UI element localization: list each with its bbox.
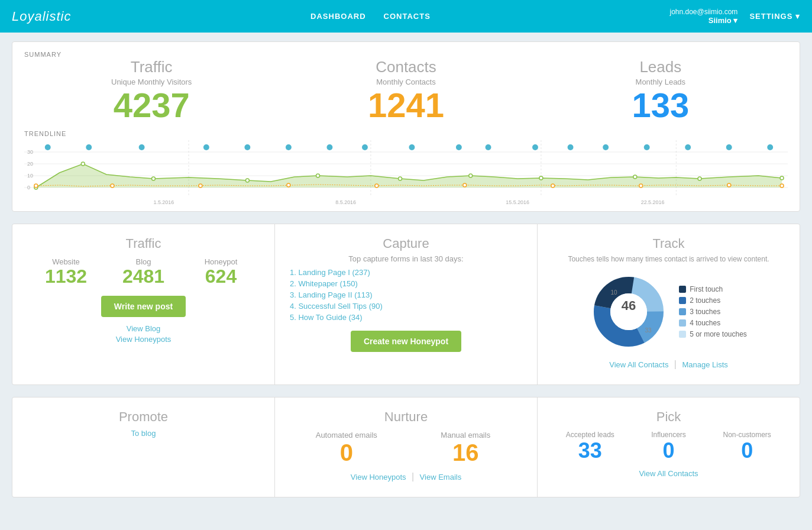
- svg-point-47: [111, 184, 114, 188]
- svg-point-30: [603, 144, 609, 150]
- trendline-label: TRENDLINE: [24, 130, 788, 137]
- noncustomers-stat: Non-customers 0: [709, 431, 785, 463]
- view-blog-link[interactable]: View Blog: [127, 324, 161, 333]
- summary-card: SUMMARY Traffic Unique Monthly Visitors …: [12, 41, 800, 212]
- svg-text:22.5.2016: 22.5.2016: [641, 199, 665, 205]
- svg-point-17: [45, 144, 51, 150]
- settings-button[interactable]: SETTINGS ▾: [749, 12, 800, 21]
- user-account[interactable]: Siimio ▾: [669, 16, 737, 25]
- view-honeypots-link[interactable]: View Honeypots: [116, 335, 172, 344]
- svg-point-46: [34, 184, 38, 188]
- legend-5plus-touches: 5 or more touches: [679, 330, 747, 338]
- view-emails-link[interactable]: View Emails: [420, 473, 462, 481]
- svg-point-29: [568, 144, 574, 150]
- svg-point-26: [456, 144, 462, 150]
- svg-text:0: 0: [27, 185, 30, 190]
- logo: Loyalistic: [12, 9, 71, 24]
- capture-item-3[interactable]: 3. Landing Page II (113): [290, 290, 373, 299]
- svg-point-48: [199, 184, 202, 188]
- svg-point-20: [203, 144, 209, 150]
- nurture-links: View Honeypots | View Emails: [290, 471, 522, 482]
- legend-dot-first: [679, 286, 686, 293]
- capture-item-2[interactable]: 2. Whitepaper (150): [290, 279, 358, 288]
- leads-title: Leads: [533, 58, 788, 76]
- nurture-view-honeypots-link[interactable]: View Honeypots: [351, 473, 406, 481]
- track-panel-title: Track: [552, 236, 785, 251]
- manage-lists-link[interactable]: Manage Lists: [682, 360, 727, 369]
- noncustomers-label: Non-customers: [709, 431, 785, 439]
- svg-point-52: [551, 184, 555, 188]
- list-item: 1. Landing Page I (237): [290, 268, 522, 277]
- svg-point-43: [633, 175, 637, 179]
- create-honeypot-button[interactable]: Create new Honeypot: [351, 331, 461, 352]
- accepted-leads-stat: Accepted leads 33: [552, 431, 628, 463]
- noncustomers-value: 0: [709, 439, 785, 463]
- capture-item-4[interactable]: 4. Successful Sell Tips (90): [290, 302, 383, 311]
- traffic-links: View Blog View Honeypots: [27, 323, 260, 344]
- track-links: View All Contacts | Manage Lists: [552, 359, 785, 370]
- nav-contacts[interactable]: CONTACTS: [384, 12, 431, 21]
- automated-value: 0: [290, 439, 403, 466]
- svg-text:46: 46: [622, 298, 636, 313]
- honeypot-value: 624: [182, 266, 260, 287]
- svg-text:8.5.2016: 8.5.2016: [335, 199, 356, 205]
- header: Loyalistic DASHBOARD CONTACTS john.doe@s…: [0, 0, 812, 33]
- svg-point-28: [532, 144, 538, 150]
- donut-chart: 46 33 10: [590, 273, 667, 350]
- svg-point-54: [727, 183, 731, 187]
- influencers-label: Influencers: [631, 431, 707, 439]
- influencers-value: 0: [631, 439, 707, 463]
- blog-stat: Blog 2481: [105, 257, 182, 287]
- svg-point-22: [286, 144, 292, 150]
- to-blog-link[interactable]: To blog: [131, 429, 156, 438]
- website-label: Website: [27, 257, 105, 266]
- svg-text:10: 10: [611, 289, 618, 296]
- nav-dashboard[interactable]: DASHBOARD: [310, 12, 366, 21]
- svg-point-38: [245, 179, 249, 182]
- svg-point-18: [86, 144, 92, 150]
- automated-stat: Automated emails 0: [290, 431, 403, 466]
- bottom-panels: Promote To blog Nurture Automated emails…: [12, 397, 800, 497]
- user-info: john.doe@siimio.com Siimio ▾: [669, 8, 737, 25]
- view-all-contacts-link[interactable]: View All Contacts: [609, 360, 668, 369]
- chart-area: 0 10 20 30 1.5.2016 8.5.2016 15.5.2016 2…: [24, 140, 788, 205]
- legend-dot-3: [679, 308, 686, 315]
- leads-subtitle: Monthly Leads: [533, 77, 788, 86]
- bottom-row-wrapper: Promote To blog Nurture Automated emails…: [12, 397, 800, 497]
- blog-value: 2481: [105, 266, 182, 287]
- contacts-title: Contacts: [279, 58, 533, 76]
- svg-point-39: [316, 174, 320, 177]
- capture-list: 1. Landing Page I (237) 2. Whitepaper (1…: [290, 268, 522, 322]
- svg-text:20: 20: [27, 161, 33, 167]
- svg-point-36: [81, 162, 85, 166]
- metric-leads: Leads Monthly Leads 133: [533, 58, 788, 124]
- honeypot-label: Honeypot: [182, 257, 260, 266]
- legend-3-touches: 3 touches: [679, 308, 747, 316]
- traffic-panel-title: Traffic: [27, 236, 260, 251]
- list-item: 3. Landing Page II (113): [290, 290, 522, 299]
- accepted-value: 33: [552, 439, 628, 463]
- svg-point-42: [539, 176, 543, 180]
- manual-label: Manual emails: [409, 431, 523, 439]
- pick-view-all-contacts-link[interactable]: View All Contacts: [639, 469, 698, 478]
- svg-point-41: [469, 174, 473, 177]
- capture-item-5[interactable]: 5. How To Guide (34): [290, 313, 363, 322]
- svg-text:10: 10: [27, 173, 33, 179]
- write-new-post-button[interactable]: Write new post: [101, 296, 186, 317]
- contacts-subtitle: Monthly Contacts: [279, 77, 533, 86]
- traffic-value: 4237: [24, 86, 279, 124]
- svg-text:1.5.2016: 1.5.2016: [153, 199, 174, 205]
- list-item: 4. Successful Sell Tips (90): [290, 302, 522, 311]
- capture-item-1[interactable]: 1. Landing Page I (237): [290, 268, 370, 277]
- donut-container: 46 33 10 First touch 2 touches 3: [552, 273, 785, 350]
- metric-contacts: Contacts Monthly Contacts 1241: [279, 58, 533, 124]
- track-panel: Track Touches tells how many times conta…: [538, 224, 800, 384]
- capture-subtitle: Top capture forms in last 30 days:: [290, 254, 522, 263]
- capture-panel: Capture Top capture forms in last 30 day…: [275, 224, 537, 384]
- list-item: 2. Whitepaper (150): [290, 279, 522, 288]
- legend-2-touches: 2 touches: [679, 296, 747, 305]
- accepted-label: Accepted leads: [552, 431, 628, 439]
- nurture-title: Nurture: [290, 409, 522, 425]
- legend-dot-4: [679, 319, 686, 327]
- svg-point-33: [726, 144, 732, 150]
